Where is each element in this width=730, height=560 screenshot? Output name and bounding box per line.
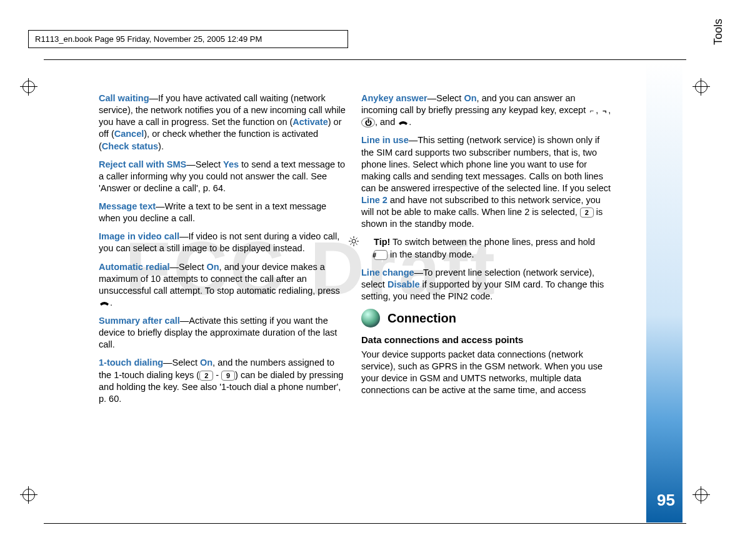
term-call-waiting: Call waiting [99, 93, 149, 103]
tip-line-switch: Tip! To switch between the phone lines, … [361, 236, 611, 260]
key-2-icon: 2 [199, 371, 213, 381]
reg-mark-br [692, 486, 710, 504]
subheading-data-connections: Data connections and access points [361, 334, 611, 346]
softkey-left-icon: ⌐ [588, 106, 596, 115]
para-auto-redial: Automatic redial—Select On, and your dev… [99, 261, 349, 309]
crop-line-bottom [44, 523, 686, 524]
tip-icon [361, 236, 371, 246]
reg-mark-tr [692, 78, 710, 96]
para-reject-sms: Reject call with SMS—Select Yes to send … [99, 159, 349, 194]
para-image-video: Image in video call—If video is not sent… [99, 231, 349, 254]
column-right: Anykey answer—Select On, and you can ans… [361, 92, 611, 480]
globe-icon [361, 309, 380, 328]
page-body: Call waiting—If you have activated call … [99, 92, 611, 480]
line2-indicator-icon: 2 [580, 208, 594, 218]
section-heading-connection: Connection [361, 309, 611, 328]
section-title: Connection [388, 310, 456, 326]
para-1touch: 1-touch dialing—Select On, and the numbe… [99, 357, 349, 405]
power-key-icon: ⏻ [361, 118, 375, 128]
reg-mark-bl [20, 486, 38, 504]
column-left: Call waiting—If you have activated call … [99, 92, 349, 480]
end-call-icon-2 [398, 117, 409, 124]
svg-line-6 [356, 244, 358, 245]
svg-line-8 [356, 238, 358, 239]
para-message-text: Message text—Write a text to be sent in … [99, 201, 349, 224]
frame-header-text: R1113_en.book Page 95 Friday, November 2… [35, 34, 262, 44]
para-summary: Summary after call—Activate this setting… [99, 315, 349, 351]
end-call-icon [99, 298, 110, 305]
para-call-waiting: Call waiting—If you have activated call … [99, 92, 349, 152]
page-number: 95 [657, 491, 675, 510]
para-anykey: Anykey answer—Select On, and you can ans… [361, 92, 611, 128]
para-data-connections: Your device supports packet data connect… [361, 349, 611, 397]
reg-mark-tl [20, 78, 38, 96]
tip-label: Tip! [374, 237, 390, 247]
side-gradient [646, 61, 682, 522]
softkey-right-icon: ¬ [601, 106, 608, 115]
frame-header-box: R1113_en.book Page 95 Friday, November 2… [28, 30, 348, 48]
hash-key-icon: # [374, 250, 388, 260]
side-section-label: Tools [712, 19, 725, 45]
crop-line-top [44, 59, 686, 60]
svg-line-7 [351, 244, 352, 245]
para-line-in-use: Line in use—This setting (network servic… [361, 134, 611, 230]
svg-point-0 [352, 239, 356, 243]
para-line-change: Line change—To prevent line selection (n… [361, 267, 611, 302]
key-9-icon: 9 [221, 371, 235, 381]
svg-line-5 [351, 238, 352, 239]
